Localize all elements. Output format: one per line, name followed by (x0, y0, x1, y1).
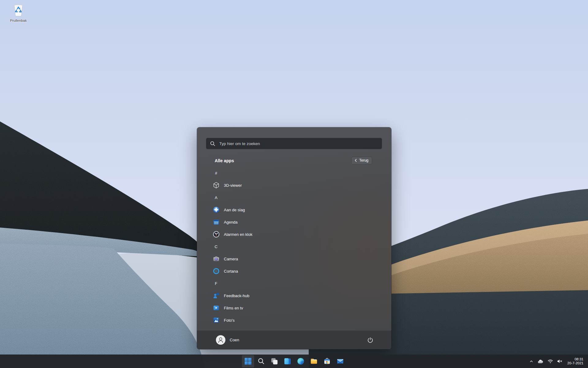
app-item-alarms-clock[interactable]: Alarmen en klok (197, 228, 391, 240)
windows-start-icon (244, 357, 252, 365)
app-label: Agenda (224, 220, 238, 224)
recycle-bin[interactable]: Prullenbak (7, 2, 29, 23)
task-view-icon (270, 357, 278, 365)
microsoft-store-icon (323, 357, 331, 365)
taskbar-mail-button[interactable] (334, 355, 346, 367)
app-item-3d-viewer[interactable]: 3D-viewer (197, 179, 391, 191)
alarms-clock-icon (212, 231, 220, 238)
back-button[interactable]: Terug (352, 157, 372, 164)
taskbar-task-view-button[interactable] (268, 355, 281, 367)
file-explorer-icon (310, 357, 318, 365)
tray-date: 20-7-2021 (567, 361, 583, 365)
tray-volume-muted-icon[interactable] (556, 359, 563, 364)
taskbar-center-icons (242, 355, 346, 367)
recycle-bin-label: Prullenbak (7, 19, 29, 23)
app-label: Feedback-hub (224, 293, 249, 298)
cortana-icon (212, 267, 220, 275)
start-menu-panel: Alle apps Terug # 3D-viewer A (197, 127, 391, 349)
tray-chevron-up-icon[interactable] (529, 359, 534, 364)
app-item-camera[interactable]: Camera (197, 253, 391, 265)
power-icon (367, 337, 374, 343)
search-input-container[interactable] (206, 138, 382, 149)
start-menu-user-bar: Coen (197, 331, 391, 349)
power-button[interactable] (365, 335, 375, 345)
all-apps-header: Alle apps Terug (215, 157, 372, 164)
taskbar-file-explorer-button[interactable] (308, 355, 320, 367)
photos-icon (212, 316, 220, 324)
app-item-cortana[interactable]: Cortana (197, 265, 391, 277)
chevron-left-icon (354, 159, 357, 162)
app-label: Camera (224, 257, 238, 261)
tray-clock[interactable]: 08:31 20-7-2021 (567, 357, 583, 365)
all-apps-list: # 3D-viewer A (197, 167, 391, 326)
all-apps-title: Alle apps (215, 158, 234, 163)
app-item-movies-tv[interactable]: Films en tv (197, 302, 391, 314)
search-icon (257, 357, 265, 365)
3d-viewer-icon (212, 182, 220, 189)
taskbar-start-button[interactable] (242, 355, 254, 367)
movies-tv-icon (212, 304, 220, 312)
feedback-hub-icon (212, 292, 220, 299)
section-letter-f[interactable]: F (197, 277, 391, 289)
widgets-icon (284, 357, 292, 365)
calendar-icon (212, 218, 220, 226)
tray-onedrive-cloud-icon[interactable] (537, 358, 544, 364)
camera-icon (212, 255, 220, 263)
taskbar-search-button[interactable] (255, 355, 267, 367)
app-label: Alarmen en klok (224, 232, 252, 237)
app-label: Foto's (224, 318, 235, 323)
avatar (216, 335, 225, 345)
taskbar: 08:31 20-7-2021 (0, 355, 588, 368)
search-icon (210, 141, 215, 146)
edge-browser-icon (297, 357, 305, 365)
section-letter-c[interactable]: C (197, 240, 391, 253)
tray-wifi-icon[interactable] (547, 358, 554, 364)
back-button-label: Terug (359, 158, 368, 163)
section-letter-a[interactable]: A (197, 191, 391, 204)
app-label: Films en tv (224, 306, 243, 310)
app-item-photos[interactable]: Foto's (197, 314, 391, 326)
recycle-bin-icon (11, 2, 26, 17)
app-item-get-started[interactable]: Aan de slag (197, 204, 391, 216)
user-account-button[interactable]: Coen (216, 335, 239, 345)
user-name: Coen (230, 338, 239, 342)
system-tray: 08:31 20-7-2021 (529, 355, 588, 368)
app-label: Aan de slag (224, 208, 245, 212)
get-started-icon (212, 206, 220, 213)
app-item-calendar[interactable]: Agenda (197, 216, 391, 228)
search-input[interactable] (219, 141, 378, 146)
section-letter-hash[interactable]: # (197, 167, 391, 179)
app-label: 3D-viewer (224, 183, 242, 188)
app-item-feedback-hub[interactable]: Feedback-hub (197, 289, 391, 302)
app-label: Cortana (224, 269, 238, 274)
mail-icon (336, 357, 344, 365)
tray-time: 08:31 (567, 357, 583, 361)
taskbar-store-button[interactable] (321, 355, 333, 367)
taskbar-widgets-button[interactable] (281, 355, 294, 367)
taskbar-edge-button[interactable] (295, 355, 307, 367)
